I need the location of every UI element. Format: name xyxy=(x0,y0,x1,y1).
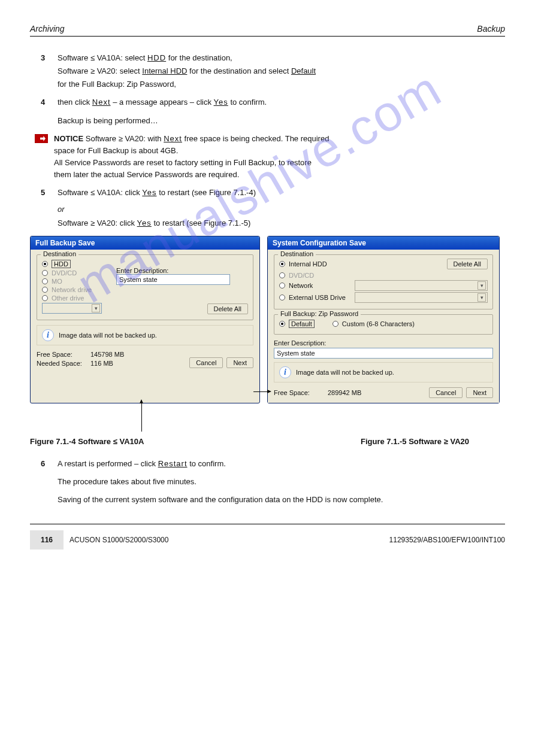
destination-group: Destination HDD DVD/CD MO xyxy=(37,254,253,320)
ui-label-internal-hdd: Internal HDD xyxy=(142,66,187,75)
step-number: 3 xyxy=(41,52,45,64)
radio-icon xyxy=(42,270,48,276)
notice-arrow-icon xyxy=(35,134,48,143)
figure-caption-left: Figure 7.1.-4 Software ≤ VA10A xyxy=(30,437,144,446)
figure-caption-right: Figure 7.1.-5 Software ≥ VA20 xyxy=(361,437,469,446)
radio-icon xyxy=(279,283,285,289)
page-footer: 116 ACUSON S1000/S2000/S3000 11293529/AB… xyxy=(30,524,505,549)
radio-custom[interactable]: Custom (6-8 Characters) xyxy=(333,320,415,328)
cancel-button[interactable]: Cancel xyxy=(189,357,223,368)
paragraph: Saving of the current system software an… xyxy=(58,494,505,506)
ui-label-yes: Yes xyxy=(142,188,156,197)
step-5-alt: Software ≥ VA20: click Yes to restart (s… xyxy=(58,217,505,229)
step-number: 6 xyxy=(41,458,45,470)
paragraph: The procedure takes about five minutes. xyxy=(58,476,505,488)
radio-network[interactable]: Network xyxy=(279,280,488,291)
ui-label-default: Default xyxy=(291,66,316,75)
notice-callout: NOTICE Software ≥ VA20: with Next free s… xyxy=(30,133,505,181)
radio-mo: MO xyxy=(42,278,108,285)
ui-label-next: Next xyxy=(164,134,182,143)
footer-product: ACUSON S1000/S2000/S3000 xyxy=(69,536,168,544)
page-header: Archiving Backup xyxy=(30,24,505,37)
ui-label-restart: Restart xyxy=(158,459,188,468)
notice-label: NOTICE xyxy=(54,134,86,143)
step-4-sub: Backup is being performed… xyxy=(58,115,505,127)
radio-icon xyxy=(42,278,48,284)
destination-group: Destination Internal HDD Delete All DVD/… xyxy=(274,254,493,309)
header-section: Backup xyxy=(477,24,505,34)
next-button[interactable]: Next xyxy=(466,387,493,398)
radio-icon xyxy=(42,261,48,267)
dialog-title: System Configuration Save xyxy=(268,236,499,250)
dialog-system-config-save: System Configuration Save Destination In… xyxy=(267,236,500,403)
space-info: Free Space:145798 MB Needed Space:116 MB xyxy=(37,350,124,369)
info-bar: i Image data will not be backed up. xyxy=(37,325,253,345)
ui-label-hdd: HDD xyxy=(147,53,166,62)
chevron-down-icon xyxy=(92,304,100,312)
chevron-down-icon xyxy=(477,281,486,290)
description-input[interactable]: System state xyxy=(274,348,493,359)
radio-dvdcd: DVD/CD xyxy=(279,272,488,279)
ui-label-yes: Yes xyxy=(214,98,228,107)
chevron-down-icon xyxy=(477,293,486,302)
radio-dvdcd: DVD/CD xyxy=(42,269,108,277)
drive-combo[interactable] xyxy=(42,303,102,314)
ui-label-next: Next xyxy=(92,98,111,107)
arrow-right-icon xyxy=(253,391,268,392)
radio-icon xyxy=(279,261,285,267)
step-3: 3 Software ≤ VA10A: select HDD for the d… xyxy=(58,52,505,90)
radio-hdd[interactable]: HDD xyxy=(42,260,108,268)
step-5: 5 Software ≤ VA10A: click Yes to restart… xyxy=(58,187,505,199)
footer-doc: 11293529/ABS100/EFW100/INT100 xyxy=(389,536,505,544)
figure-captions: Figure 7.1.-4 Software ≤ VA10A Figure 7.… xyxy=(30,437,505,446)
enter-desc-label: Enter Description: xyxy=(116,267,248,274)
step-6: 6 A restart is performed – click Restart… xyxy=(58,458,505,470)
zip-password-group: Full Backup: Zip Password Default Custom… xyxy=(274,314,493,335)
radio-usb[interactable]: External USB Drive xyxy=(279,292,488,303)
radio-icon xyxy=(42,287,48,293)
dialog-screenshots: Full Backup Save Destination HDD DVD/CD xyxy=(30,236,505,403)
step-number: 5 xyxy=(41,187,45,199)
delete-all-button[interactable]: Delete All xyxy=(207,303,248,314)
radio-icon xyxy=(279,321,285,327)
radio-other: Other drive xyxy=(42,294,108,302)
or-line: or xyxy=(58,205,505,214)
radio-icon xyxy=(333,321,338,327)
delete-all-button[interactable]: Delete All xyxy=(447,259,488,269)
enter-desc-label: Enter Description: xyxy=(274,339,493,347)
ui-label-yes: Yes xyxy=(137,218,152,227)
radio-icon xyxy=(279,294,285,300)
step-4: 4 then click Next – a message appears – … xyxy=(58,96,505,108)
header-title: Archiving xyxy=(30,24,65,34)
cancel-button[interactable]: Cancel xyxy=(429,387,463,398)
radio-network: Network drive xyxy=(42,286,108,293)
info-bar: i Image data will not be backed up. xyxy=(274,362,493,382)
space-info: Free Space:289942 MB xyxy=(274,388,361,397)
dialog-full-backup-save: Full Backup Save Destination HDD DVD/CD xyxy=(30,236,260,403)
step-number: 4 xyxy=(41,96,45,108)
page-number: 116 xyxy=(30,530,64,549)
radio-icon xyxy=(42,295,48,301)
arrow-up-icon xyxy=(141,403,142,432)
info-icon: i xyxy=(279,366,291,378)
network-combo[interactable] xyxy=(355,280,488,291)
dialog-title: Full Backup Save xyxy=(31,236,259,250)
radio-icon xyxy=(279,272,285,278)
info-icon: i xyxy=(42,329,54,341)
next-button[interactable]: Next xyxy=(226,357,253,368)
radio-default[interactable]: Default xyxy=(279,320,315,328)
radio-internal-hdd[interactable]: Internal HDD xyxy=(279,260,327,268)
description-input[interactable]: System state xyxy=(116,274,230,285)
usb-combo[interactable] xyxy=(355,292,488,303)
